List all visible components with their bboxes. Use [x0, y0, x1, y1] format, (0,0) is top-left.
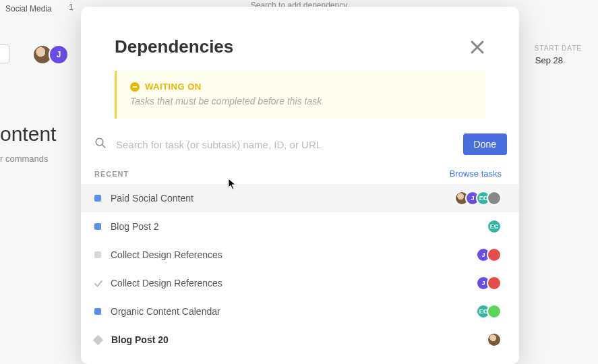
start-date-value[interactable]: Sep 28 — [535, 55, 563, 65]
status-square-icon — [94, 251, 101, 258]
browse-tasks-link[interactable]: Browse tasks — [450, 169, 502, 179]
status-square-icon — [94, 223, 101, 230]
status-diamond-icon — [93, 334, 104, 345]
task-name: Paid Social Content — [111, 193, 454, 204]
assignee-stack[interactable]: J — [476, 247, 502, 262]
close-button[interactable] — [469, 39, 485, 55]
recent-label: RECENT — [94, 170, 129, 178]
task-name: Collect Design References — [111, 278, 476, 289]
svg-line-1 — [102, 144, 105, 148]
assignee-stack[interactable]: EC — [487, 219, 502, 234]
avatar[interactable] — [487, 191, 502, 206]
avatar[interactable]: EC — [487, 219, 502, 234]
start-date-label: START DATE — [535, 44, 582, 52]
status-square-icon — [94, 308, 101, 315]
waiting-on-banner: WAITING ON Tasks that must be completed … — [115, 71, 485, 119]
list-header: RECENT Browse tasks — [81, 169, 519, 184]
task-row[interactable]: Blog Post 20 — [81, 326, 519, 354]
avatar[interactable] — [487, 304, 502, 319]
task-name: Blog Post 2 — [111, 221, 487, 232]
close-icon — [469, 39, 485, 55]
bg-tab[interactable]: Social Media — [0, 3, 57, 15]
assignee-stack[interactable]: EC — [476, 304, 502, 319]
task-name: Organic Content Calendar — [111, 306, 476, 317]
dependencies-modal: Dependencies WAITING ON Tasks that must … — [81, 7, 519, 364]
waiting-on-label: WAITING ON — [145, 82, 202, 92]
bg-commands-fragment: r commands — [0, 154, 49, 164]
search-row: Done — [81, 129, 519, 159]
waiting-on-header: WAITING ON — [130, 82, 472, 92]
assignee-stack[interactable]: JEC — [454, 191, 502, 206]
bg-assignee-avatars[interactable]: J — [32, 44, 69, 65]
waiting-on-subtitle: Tasks that must be completed before this… — [130, 96, 472, 107]
recent-task-list: Paid Social ContentJECBlog Post 2ECColle… — [81, 184, 519, 354]
task-row[interactable]: Collect Design ReferencesJ — [81, 269, 519, 297]
avatar[interactable] — [487, 247, 502, 262]
waiting-on-icon — [130, 82, 140, 92]
modal-title: Dependencies — [115, 36, 233, 57]
avatar[interactable]: J — [49, 44, 69, 65]
task-row[interactable]: Organic Content CalendarEC — [81, 297, 519, 326]
assignee-stack[interactable]: J — [476, 276, 502, 291]
done-button[interactable]: Done — [463, 133, 507, 155]
task-name: Blog Post 20 — [111, 334, 487, 345]
search-icon — [94, 137, 107, 152]
modal-header: Dependencies — [81, 7, 519, 71]
status-check-icon — [94, 279, 102, 287]
status-square-icon — [94, 195, 101, 202]
bg-complete-toggle-fragment[interactable] — [0, 44, 9, 63]
assignee-stack[interactable] — [487, 332, 502, 347]
task-row[interactable]: Collect Design ReferencesJ — [81, 241, 519, 269]
task-row[interactable]: Blog Post 2EC — [81, 212, 519, 241]
dependency-search-input[interactable] — [116, 139, 454, 150]
bg-tab-count: 1 — [69, 3, 73, 12]
avatar[interactable] — [487, 332, 502, 347]
task-name: Collect Design References — [111, 249, 476, 260]
avatar[interactable] — [487, 276, 502, 291]
task-row[interactable]: Paid Social ContentJEC — [81, 184, 519, 212]
bg-task-title-fragment: ontent — [0, 123, 56, 146]
